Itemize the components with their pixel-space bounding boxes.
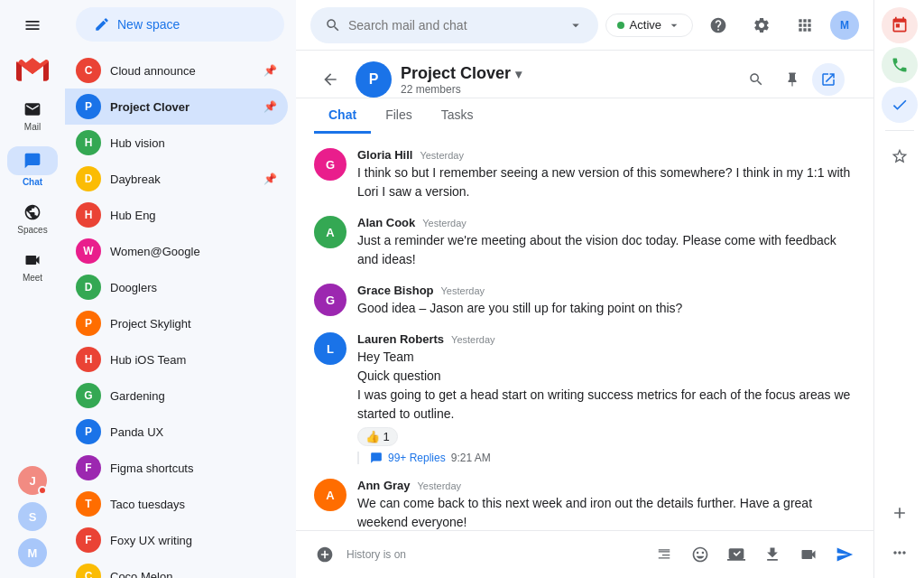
chat-icon — [22, 150, 43, 172]
nav-spaces[interactable]: Spaces — [4, 196, 61, 240]
sidebar-item-label: Figma shortcuts — [110, 461, 277, 475]
new-space-button[interactable]: New space — [76, 7, 284, 42]
sidebar-item-foxy-ux-writing[interactable]: F Foxy UX writing — [65, 522, 288, 558]
left-nav: Mail Chat Spaces Meet J S M — [0, 0, 65, 578]
group-dropdown-icon[interactable]: ▾ — [515, 67, 522, 81]
message-text: Just a reminder we're meeting about the … — [357, 231, 855, 269]
user-profile-avatar[interactable]: M — [830, 11, 859, 40]
tasks-rail-button[interactable] — [882, 87, 918, 123]
sidebar-item-avatar: P — [76, 94, 101, 119]
sidebar-item-avatar: C — [76, 58, 101, 83]
calendar-rail-button[interactable] — [882, 7, 918, 43]
sidebar-item-label: Dooglers — [110, 281, 277, 294]
message-row: G Gloria Hill Yesterday I think so but I… — [314, 148, 855, 201]
pin-button[interactable] — [776, 63, 808, 96]
phone-rail-icon — [891, 56, 909, 74]
user-avatar-1[interactable]: J — [18, 466, 47, 495]
sidebar-item-label: Coco Melon — [110, 570, 277, 579]
sidebar-item-hub-eng[interactable]: H Hub Eng — [65, 197, 288, 233]
message-row: L Lauren Roberts Yesterday Hey TeamQuick… — [314, 332, 855, 464]
user-avatar-3[interactable]: M — [18, 538, 47, 567]
spaces-icon — [22, 201, 43, 223]
sidebar-item-label: Project Clover — [110, 100, 254, 114]
more-rail-button[interactable] — [882, 535, 918, 571]
sidebar-item-women-google[interactable]: W Women@Google — [65, 233, 288, 269]
active-status[interactable]: Active — [605, 14, 693, 37]
message-author: Alan Cook — [357, 216, 415, 229]
sidebar-item-label: Project Skylight — [110, 317, 277, 331]
sidebar-item-panda-ux[interactable]: P Panda UX — [65, 414, 288, 450]
message-author: Lauren Roberts — [357, 332, 444, 346]
search-chat-button[interactable] — [740, 63, 772, 96]
phone-rail-button[interactable] — [882, 47, 918, 83]
sidebar-item-taco-tuesdays[interactable]: T Taco tuesdays — [65, 486, 288, 522]
menu-button[interactable] — [14, 7, 51, 43]
sidebar-item-cloud-announce[interactable]: C Cloud announce 📌 — [65, 52, 288, 89]
message-header: Gloria Hill Yesterday — [357, 148, 855, 162]
chat-icon-bg — [7, 146, 58, 175]
tab-tasks[interactable]: Tasks — [427, 98, 488, 134]
pencil-icon — [94, 16, 110, 33]
tab-files[interactable]: Files — [371, 98, 427, 134]
add-rail-button[interactable] — [882, 495, 918, 531]
sidebar-item-avatar: D — [76, 275, 101, 300]
active-dot — [617, 22, 624, 29]
tab-chat[interactable]: Chat — [314, 98, 371, 134]
sidebar-item-project-skylight[interactable]: P Project Skylight — [65, 305, 288, 341]
sidebar-item-gardening[interactable]: G Gardening — [65, 378, 288, 414]
tasks-rail-icon — [891, 96, 909, 114]
message-content: Ann Gray Yesterday We can come back to t… — [357, 479, 855, 530]
sidebar: New space C Cloud announce 📌 P Project C… — [65, 0, 296, 578]
video-button[interactable] — [794, 540, 823, 569]
sidebar-item-dooglers[interactable]: D Dooglers — [65, 269, 288, 305]
sidebar-item-avatar: H — [76, 130, 101, 155]
search-bar[interactable] — [310, 7, 598, 43]
help-button[interactable] — [700, 7, 736, 43]
sidebar-item-project-clover[interactable]: P Project Clover 📌 — [65, 89, 288, 125]
message-header: Grace Bishop Yesterday — [357, 284, 855, 297]
meet-label: Meet — [23, 273, 42, 283]
open-in-new-button[interactable] — [812, 63, 845, 96]
screen-share-button[interactable] — [722, 540, 751, 569]
sidebar-item-avatar: P — [76, 311, 101, 336]
sidebar-item-avatar: F — [76, 527, 101, 553]
send-button[interactable] — [830, 540, 859, 569]
rail-divider — [885, 130, 914, 131]
back-button[interactable] — [314, 63, 346, 96]
star-rail-button[interactable] — [882, 138, 918, 174]
settings-button[interactable] — [744, 7, 780, 43]
sidebar-item-figma-shortcuts[interactable]: F Figma shortcuts — [65, 450, 288, 486]
apps-icon — [796, 16, 814, 34]
gmail-logo — [13, 51, 52, 89]
nav-chat[interactable]: Chat — [4, 141, 61, 192]
search-input[interactable] — [348, 18, 560, 33]
sidebar-item-label: Women@Google — [110, 245, 277, 258]
reply-time: 9:21 AM — [451, 452, 491, 464]
sidebar-item-daybreak[interactable]: D Daybreak 📌 — [65, 161, 288, 197]
format-text-button[interactable] — [650, 540, 679, 569]
apps-button[interactable] — [787, 7, 823, 43]
group-name: Project Clover ▾ — [401, 64, 522, 83]
pin-indicator: 📌 — [263, 172, 277, 185]
active-label: Active — [630, 18, 661, 32]
emoji-button[interactable] — [686, 540, 715, 569]
replies-count: 99+ Replies — [388, 452, 446, 464]
user-avatar-2[interactable]: S — [18, 502, 47, 531]
sidebar-item-hub-ios[interactable]: H Hub iOS Team — [65, 341, 288, 378]
compose-bar: History is on — [296, 530, 873, 578]
reaction-badge[interactable]: 👍 1 — [357, 427, 398, 446]
message-author: Ann Gray — [357, 479, 411, 492]
upload-button[interactable] — [758, 540, 787, 569]
chat-tabs: ChatFilesTasks — [296, 98, 873, 134]
sidebar-item-coco-melon[interactable]: C Coco Melon — [65, 558, 288, 578]
nav-meet[interactable]: Meet — [4, 244, 61, 288]
upload-icon — [763, 545, 781, 564]
sidebar-item-hub-vision[interactable]: H Hub vision — [65, 125, 288, 161]
message-text: I think so but I remember seeing a new v… — [357, 163, 855, 201]
group-info: Project Clover ▾ 22 members — [401, 64, 522, 96]
nav-mail[interactable]: Mail — [4, 93, 61, 137]
mail-icon — [22, 98, 43, 120]
replies-link[interactable]: 99+ Replies 9:21 AM — [357, 452, 855, 464]
add-attachment-button[interactable] — [310, 540, 339, 569]
message-time: Yesterday — [420, 150, 464, 161]
